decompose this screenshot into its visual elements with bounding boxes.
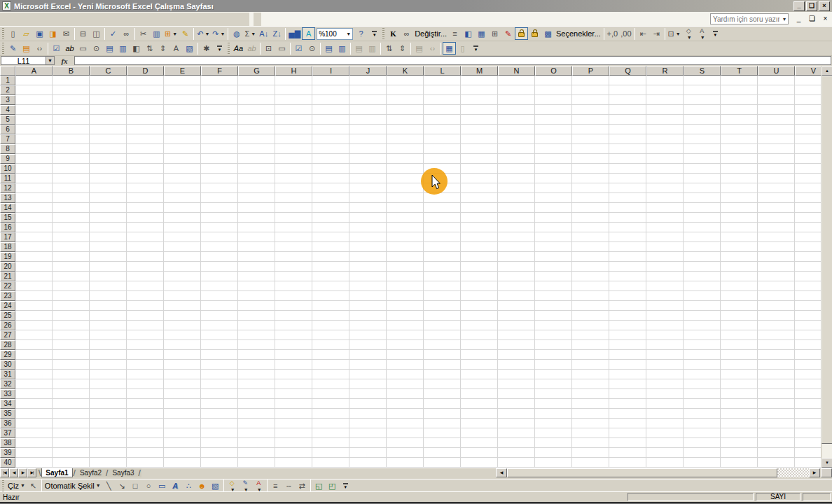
- dropdown-icon[interactable]: ▼: [251, 31, 256, 36]
- workbook-minimize-button[interactable]: _: [794, 15, 803, 23]
- chart-wizard-button[interactable]: ▅▇: [287, 27, 302, 40]
- more-controls-button[interactable]: ✱: [200, 42, 213, 55]
- toolbar-grip[interactable]: [382, 28, 384, 39]
- column-header-C[interactable]: C: [90, 66, 127, 76]
- replace-button[interactable]: Değiştir...: [413, 27, 448, 40]
- workbook-restore-button[interactable]: ❏: [807, 15, 817, 23]
- spin-button-control[interactable]: ⇅: [143, 42, 156, 55]
- name-box[interactable]: L11: [1, 56, 46, 65]
- hscroll-right-icon[interactable]: ▶: [809, 468, 820, 477]
- row-header-37[interactable]: 37: [0, 428, 15, 438]
- decrease-indent-button[interactable]: ⇤: [637, 27, 650, 40]
- column-header-M[interactable]: M: [461, 66, 498, 76]
- drawing-button[interactable]: A: [302, 27, 315, 40]
- column-header-E[interactable]: E: [164, 66, 201, 76]
- row-header-15[interactable]: 15: [0, 213, 15, 223]
- row-header-18[interactable]: 18: [0, 242, 15, 252]
- vertical-scrollbar[interactable]: ▲ ▼: [821, 66, 832, 468]
- form-option-button[interactable]: ⊙: [305, 42, 319, 55]
- form-label-button[interactable]: Aa: [232, 42, 245, 55]
- name-box-dropdown-icon[interactable]: ▼: [46, 56, 55, 65]
- standard-toolbar-options-button[interactable]: ▾: [368, 27, 381, 40]
- row-header-21[interactable]: 21: [0, 272, 15, 281]
- cut-button[interactable]: ✂: [137, 27, 150, 40]
- form-group-box-button[interactable]: ⊡: [262, 42, 275, 55]
- line-style-button[interactable]: ≡: [448, 27, 462, 40]
- threed-style-button[interactable]: ◰: [326, 479, 339, 492]
- draw-menu-button[interactable]: Çiz▼: [6, 479, 27, 492]
- sort-descending-button[interactable]: Z↓: [270, 27, 284, 40]
- copy-button[interactable]: ▥: [150, 27, 163, 40]
- window-minimize-button[interactable]: _: [793, 1, 805, 11]
- toolbar-grip[interactable]: [2, 28, 4, 39]
- window-close-button[interactable]: ×: [819, 1, 830, 11]
- dropdown-icon[interactable]: ▼: [676, 31, 681, 36]
- column-header-I[interactable]: I: [312, 66, 349, 76]
- insert-hyperlink-button[interactable]: ◍: [230, 27, 243, 40]
- column-header-B[interactable]: B: [53, 66, 90, 76]
- row-header-33[interactable]: 33: [0, 389, 15, 399]
- clipart-button[interactable]: ☻: [195, 479, 209, 492]
- shadow-style-button[interactable]: ◱: [312, 479, 326, 492]
- freeze-panes-button[interactable]: ◧: [462, 27, 475, 40]
- increase-decimal-button[interactable]: +,0: [606, 27, 620, 40]
- column-header-T[interactable]: T: [721, 66, 758, 76]
- dropdown-icon[interactable]: ▼: [20, 483, 25, 488]
- share-workbook-button[interactable]: ▩: [541, 27, 555, 40]
- row-header-22[interactable]: 22: [0, 281, 15, 291]
- format-painter-button[interactable]: ✎: [179, 27, 192, 40]
- column-header-P[interactable]: P: [572, 66, 609, 76]
- row-header-4[interactable]: 4: [0, 105, 15, 115]
- dropdown-icon[interactable]: ▼: [257, 487, 262, 492]
- label-control-button[interactable]: A: [169, 42, 183, 55]
- row-header-10[interactable]: 10: [0, 164, 15, 174]
- column-header-J[interactable]: J: [349, 66, 387, 76]
- row-header-40[interactable]: 40: [0, 458, 15, 468]
- save-button[interactable]: ▣: [33, 27, 46, 40]
- dropdown-icon[interactable]: ▼: [221, 31, 226, 36]
- row-header-7[interactable]: 7: [0, 134, 15, 144]
- row-header-26[interactable]: 26: [0, 321, 15, 330]
- column-header-D[interactable]: D: [127, 66, 164, 76]
- toolbar-grip[interactable]: [2, 43, 4, 54]
- help-button[interactable]: ?: [354, 27, 368, 40]
- column-header-N[interactable]: N: [498, 66, 535, 76]
- new-button[interactable]: ▯: [6, 27, 20, 40]
- row-header-8[interactable]: 8: [0, 144, 15, 154]
- row-header-12[interactable]: 12: [0, 183, 15, 193]
- dropdown-icon[interactable]: ▼: [204, 31, 209, 36]
- design-mode-button[interactable]: ✎: [6, 42, 20, 55]
- options-button[interactable]: Seçenekler...: [555, 27, 602, 40]
- tab-scroll-first-button[interactable]: |◀: [0, 468, 9, 477]
- dropdown-icon[interactable]: ▼: [96, 483, 101, 488]
- decrease-decimal-button[interactable]: ,00: [619, 27, 632, 40]
- help-dropdown-icon[interactable]: ▾: [783, 16, 786, 22]
- undo-button[interactable]: ↶▼: [195, 27, 211, 40]
- tab-scroll-next-button[interactable]: ▶: [18, 468, 27, 477]
- picture-button[interactable]: ▧: [209, 479, 222, 492]
- autosum-button[interactable]: Σ▼: [243, 27, 257, 40]
- autoshapes-button[interactable]: Otomatik Şekil▼: [43, 479, 102, 492]
- email-button[interactable]: ✉: [60, 27, 73, 40]
- line-button[interactable]: ╲: [102, 479, 116, 492]
- spreadsheet-cells[interactable]: [15, 76, 832, 468]
- form-button-button[interactable]: ▭: [275, 42, 289, 55]
- vscroll-thumb[interactable]: [821, 76, 832, 444]
- row-header-28[interactable]: 28: [0, 340, 15, 350]
- rectangle-button[interactable]: □: [129, 479, 142, 492]
- workbook-close-button[interactable]: ×: [821, 15, 830, 23]
- control-toolbox-options-button[interactable]: ▾: [213, 42, 226, 55]
- line-style-button[interactable]: ≡: [269, 479, 282, 492]
- row-header-19[interactable]: 19: [0, 252, 15, 262]
- row-header-31[interactable]: 31: [0, 370, 15, 379]
- hscroll-thumb[interactable]: [507, 468, 777, 477]
- form-checkbox-button[interactable]: ☑: [292, 42, 305, 55]
- column-header-S[interactable]: S: [684, 66, 721, 76]
- font-color-button[interactable]: A▼: [252, 479, 265, 492]
- protect-workbook-button[interactable]: [528, 27, 541, 40]
- help-question-input[interactable]: [710, 13, 789, 24]
- tab-split-handle[interactable]: [821, 468, 832, 477]
- column-header-A[interactable]: A: [15, 66, 53, 76]
- row-header-39[interactable]: 39: [0, 448, 15, 458]
- toggle-button-control[interactable]: ◧: [130, 42, 143, 55]
